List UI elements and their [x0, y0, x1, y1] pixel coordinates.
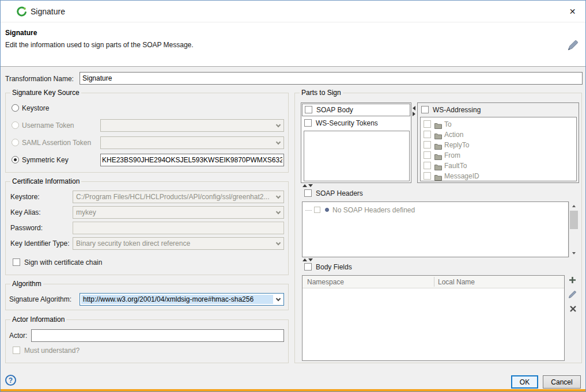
- signature-dialog: Signature ✕ Signature Edit the informati…: [0, 0, 586, 392]
- ws-item-label[interactable]: To: [444, 120, 452, 128]
- password-label: Password:: [10, 224, 43, 232]
- close-icon: ✕: [569, 7, 576, 16]
- ws-item-label[interactable]: Action: [444, 131, 463, 139]
- ws-addressing-list: To Action ReplyTo From FaultTo MessageID: [420, 117, 577, 181]
- actor-input[interactable]: [31, 329, 284, 342]
- folder-icon: [434, 152, 442, 162]
- key-identifier-type-label: Key Identifier Type:: [10, 239, 70, 248]
- actor-information-title: Actor Information: [10, 315, 66, 324]
- saml-token-radio-label: SAML Assertion Token: [22, 139, 91, 147]
- ws-addressing-label: WS-Addressing: [433, 106, 481, 114]
- ws-item-checkbox: [424, 172, 431, 180]
- ok-button[interactable]: OK: [511, 375, 538, 389]
- actor-label: Actor:: [9, 332, 27, 340]
- close-button[interactable]: ✕: [559, 1, 585, 22]
- transformation-name-label: Transformation Name:: [5, 75, 74, 83]
- column-header-local-name[interactable]: Local Name: [438, 278, 475, 286]
- ws-addressing-checkbox[interactable]: [421, 106, 429, 113]
- soap-headers-label: SOAP Headers: [316, 189, 363, 197]
- header-description: Edit the information used to sign parts …: [5, 41, 194, 49]
- chevron-down-icon: [273, 294, 283, 305]
- soap-parts-panel: SOAP Body WS-Security Tokens: [301, 102, 411, 183]
- symmetric-key-input[interactable]: [100, 154, 284, 166]
- tree-node-icon: [325, 208, 329, 212]
- folder-icon: [434, 121, 442, 131]
- symmetric-key-radio-label: Symmetric Key: [22, 156, 69, 164]
- ws-security-tokens-label: WS-Security Tokens: [316, 119, 378, 127]
- folder-icon: [434, 142, 442, 152]
- splitter-collapse-up-icon[interactable]: [303, 258, 307, 261]
- folder-icon: [434, 162, 442, 173]
- chevron-down-icon: [273, 120, 283, 131]
- certificate-chain-checkbox[interactable]: [13, 258, 20, 266]
- splitter-collapse-up-icon[interactable]: [303, 184, 307, 187]
- signature-pen-icon: [567, 40, 579, 51]
- splitter-expand-down-icon[interactable]: [308, 184, 313, 187]
- help-button[interactable]: ?: [5, 375, 16, 386]
- cert-keystore-combo-value: C:/Program Files/HCL/HCLProducts/API/con…: [73, 193, 273, 201]
- tree-connector: [305, 210, 312, 211]
- delete-body-field-button[interactable]: [568, 305, 577, 314]
- soap-body-label: SOAP Body: [316, 106, 353, 114]
- splitter-collapse-left-icon[interactable]: [413, 106, 415, 111]
- certificate-information-group: Certificate Information Keystore: C:/Pro…: [5, 181, 289, 275]
- ws-security-tokens-checkbox[interactable]: [304, 119, 312, 127]
- folder-icon: [434, 131, 442, 142]
- scrollbar-thumb[interactable]: [570, 211, 578, 229]
- username-token-radio: [12, 121, 19, 129]
- soap-headers-checkbox[interactable]: [304, 189, 312, 197]
- delete-x-icon: [569, 305, 577, 315]
- ws-item-label[interactable]: FaultTo: [444, 162, 467, 170]
- actor-information-group: Actor Information Actor: Must understand…: [5, 319, 289, 363]
- ws-item-checkbox: [424, 162, 431, 169]
- saml-token-combo: [100, 136, 284, 149]
- body-fields-label: Body Fields: [316, 263, 352, 271]
- title-bar: Signature ✕: [1, 1, 585, 22]
- body-fields-table: Namespace Local Name: [302, 275, 565, 361]
- saml-token-radio: [12, 139, 19, 146]
- keystore-radio-label: Keystore: [22, 104, 49, 112]
- key-alias-combo-value: mykey: [73, 208, 273, 216]
- ws-item-checkbox: [424, 151, 431, 159]
- splitter-expand-right-icon[interactable]: [413, 112, 415, 116]
- scroll-down-icon[interactable]: [569, 249, 579, 257]
- chevron-down-icon: [273, 191, 283, 203]
- splitter-expand-down-icon[interactable]: [308, 258, 313, 261]
- soap-body-row[interactable]: SOAP Body: [302, 104, 410, 116]
- soap-headers-tree: No SOAP Headers defined: [302, 201, 569, 257]
- soap-body-checkbox[interactable]: [305, 106, 312, 113]
- must-understand-checkbox-label: Must understand?: [24, 347, 80, 355]
- add-body-field-button[interactable]: [568, 276, 577, 286]
- brand-accent-strip: [1, 389, 585, 391]
- cancel-button-label: Cancel: [551, 378, 572, 386]
- chevron-down-icon: [273, 207, 283, 218]
- certificate-chain-checkbox-label: Sign with certificate chain: [24, 258, 102, 267]
- keystore-radio[interactable]: [12, 104, 19, 112]
- symmetric-key-radio[interactable]: [12, 156, 19, 163]
- folder-icon: [434, 173, 442, 183]
- body-fields-checkbox[interactable]: [304, 263, 312, 271]
- app-icon: [16, 6, 28, 17]
- soap-headers-scrollbar[interactable]: [569, 201, 579, 257]
- chevron-down-icon: [273, 137, 283, 149]
- cert-keystore-combo: C:/Program Files/HCL/HCLProducts/API/con…: [73, 191, 284, 203]
- signature-algorithm-combo[interactable]: http://www.w3.org/2001/04/xmldsig-more#h…: [80, 293, 284, 306]
- ws-item-label[interactable]: ReplyTo: [444, 141, 469, 149]
- key-identifier-type-combo-value: Binary security token direct reference: [73, 239, 273, 248]
- ws-item-label[interactable]: MessageID: [444, 172, 479, 180]
- column-divider[interactable]: [434, 277, 434, 287]
- soap-parts-empty-list: [304, 131, 410, 181]
- key-alias-combo: mykey: [73, 206, 284, 219]
- transformation-name-input[interactable]: [80, 72, 583, 85]
- column-header-namespace[interactable]: Namespace: [307, 278, 344, 286]
- soap-header-node-checkbox: [314, 207, 320, 213]
- body-fields-table-header: Namespace Local Name: [303, 276, 564, 288]
- chevron-down-icon: [273, 238, 283, 249]
- dialog-header: Signature Edit the information used to s…: [1, 22, 585, 67]
- edit-body-field-button[interactable]: [568, 291, 577, 300]
- cancel-button[interactable]: Cancel: [543, 375, 581, 389]
- edit-pencil-icon: [568, 290, 577, 301]
- scroll-up-icon[interactable]: [569, 201, 579, 210]
- signature-key-source-group: Signature Key Source Keystore Username T…: [5, 93, 289, 173]
- ws-item-label[interactable]: From: [444, 151, 460, 159]
